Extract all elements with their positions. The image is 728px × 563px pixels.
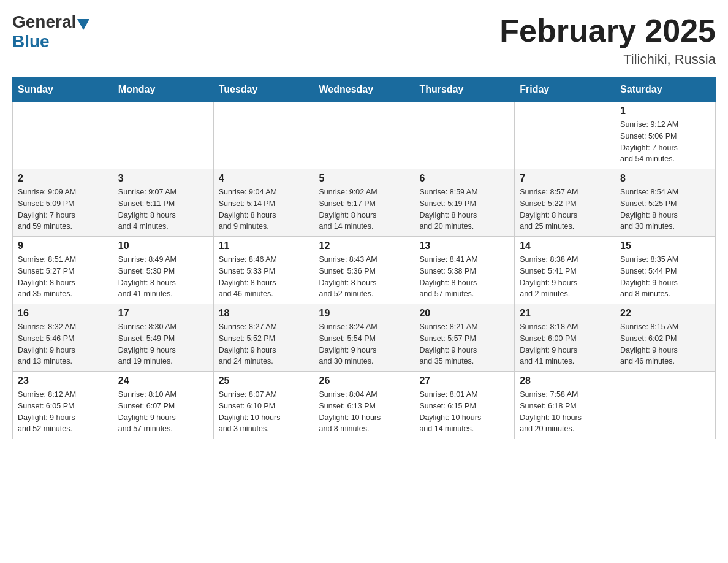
day-info: Sunrise: 8:43 AM Sunset: 5:36 PM Dayligh…: [319, 254, 409, 300]
calendar-table: SundayMondayTuesdayWednesdayThursdayFrid…: [12, 77, 716, 439]
day-info: Sunrise: 8:59 AM Sunset: 5:19 PM Dayligh…: [419, 186, 509, 232]
calendar-day-header: Sunday: [13, 78, 113, 102]
calendar-day-cell: 25Sunrise: 8:07 AM Sunset: 6:10 PM Dayli…: [213, 372, 314, 439]
calendar-day-cell: 26Sunrise: 8:04 AM Sunset: 6:13 PM Dayli…: [314, 372, 414, 439]
day-info: Sunrise: 8:04 AM Sunset: 6:13 PM Dayligh…: [319, 389, 409, 435]
day-info: Sunrise: 8:12 AM Sunset: 6:05 PM Dayligh…: [18, 389, 108, 435]
calendar-day-cell: 9Sunrise: 8:51 AM Sunset: 5:27 PM Daylig…: [13, 237, 113, 304]
day-info: Sunrise: 8:38 AM Sunset: 5:41 PM Dayligh…: [520, 254, 610, 300]
day-info: Sunrise: 9:02 AM Sunset: 5:17 PM Dayligh…: [319, 186, 409, 232]
calendar-day-cell: [113, 102, 213, 169]
day-info: Sunrise: 9:04 AM Sunset: 5:14 PM Dayligh…: [219, 186, 309, 232]
calendar-day-cell: 19Sunrise: 8:24 AM Sunset: 5:54 PM Dayli…: [314, 304, 414, 372]
day-info: Sunrise: 8:10 AM Sunset: 6:07 PM Dayligh…: [118, 389, 208, 435]
day-number: 17: [118, 308, 208, 319]
calendar-day-header: Monday: [113, 78, 213, 102]
calendar-header-row: SundayMondayTuesdayWednesdayThursdayFrid…: [13, 78, 716, 102]
calendar-day-cell: [615, 372, 716, 439]
day-number: 8: [620, 173, 710, 184]
day-number: 25: [219, 375, 309, 386]
calendar-week-row: 9Sunrise: 8:51 AM Sunset: 5:27 PM Daylig…: [13, 237, 716, 304]
day-number: 3: [118, 173, 208, 184]
calendar-day-cell: [13, 102, 113, 169]
calendar-day-header: Wednesday: [314, 78, 414, 102]
calendar-day-header: Thursday: [414, 78, 515, 102]
day-info: Sunrise: 8:41 AM Sunset: 5:38 PM Dayligh…: [419, 254, 509, 300]
day-info: Sunrise: 8:07 AM Sunset: 6:10 PM Dayligh…: [219, 389, 309, 435]
day-number: 13: [419, 240, 509, 251]
calendar-day-cell: 18Sunrise: 8:27 AM Sunset: 5:52 PM Dayli…: [213, 304, 314, 372]
day-number: 23: [18, 375, 108, 386]
calendar-day-cell: 27Sunrise: 8:01 AM Sunset: 6:15 PM Dayli…: [414, 372, 515, 439]
calendar-day-cell: 2Sunrise: 9:09 AM Sunset: 5:09 PM Daylig…: [13, 169, 113, 237]
calendar-day-cell: 11Sunrise: 8:46 AM Sunset: 5:33 PM Dayli…: [213, 237, 314, 304]
calendar-day-cell: 15Sunrise: 8:35 AM Sunset: 5:44 PM Dayli…: [615, 237, 716, 304]
calendar-day-cell: 1Sunrise: 9:12 AM Sunset: 5:06 PM Daylig…: [615, 102, 716, 169]
calendar-day-cell: 13Sunrise: 8:41 AM Sunset: 5:38 PM Dayli…: [414, 237, 515, 304]
day-number: 18: [219, 308, 309, 319]
day-number: 5: [319, 173, 409, 184]
calendar-day-cell: 16Sunrise: 8:32 AM Sunset: 5:46 PM Dayli…: [13, 304, 113, 372]
calendar-day-header: Friday: [515, 78, 615, 102]
day-number: 16: [18, 308, 108, 319]
day-number: 9: [18, 240, 108, 251]
day-number: 4: [219, 173, 309, 184]
calendar-day-cell: 28Sunrise: 7:58 AM Sunset: 6:18 PM Dayli…: [515, 372, 615, 439]
calendar-week-row: 1Sunrise: 9:12 AM Sunset: 5:06 PM Daylig…: [13, 102, 716, 169]
calendar-day-cell: 12Sunrise: 8:43 AM Sunset: 5:36 PM Dayli…: [314, 237, 414, 304]
day-number: 21: [520, 308, 610, 319]
calendar-subtitle: Tilichiki, Russia: [499, 52, 716, 67]
logo-general-text: General: [12, 12, 76, 32]
day-number: 7: [520, 173, 610, 184]
day-info: Sunrise: 8:15 AM Sunset: 6:02 PM Dayligh…: [620, 321, 710, 367]
day-info: Sunrise: 8:51 AM Sunset: 5:27 PM Dayligh…: [18, 254, 108, 300]
day-info: Sunrise: 9:12 AM Sunset: 5:06 PM Dayligh…: [620, 119, 710, 165]
day-info: Sunrise: 8:35 AM Sunset: 5:44 PM Dayligh…: [620, 254, 710, 300]
day-info: Sunrise: 9:07 AM Sunset: 5:11 PM Dayligh…: [118, 186, 208, 232]
day-info: Sunrise: 9:09 AM Sunset: 5:09 PM Dayligh…: [18, 186, 108, 232]
day-number: 15: [620, 240, 710, 251]
calendar-day-cell: 4Sunrise: 9:04 AM Sunset: 5:14 PM Daylig…: [213, 169, 314, 237]
calendar-day-header: Tuesday: [213, 78, 314, 102]
day-number: 10: [118, 240, 208, 251]
day-number: 24: [118, 375, 208, 386]
day-number: 19: [319, 308, 409, 319]
logo-triangle-icon: [77, 19, 89, 30]
calendar-day-cell: 22Sunrise: 8:15 AM Sunset: 6:02 PM Dayli…: [615, 304, 716, 372]
calendar-week-row: 2Sunrise: 9:09 AM Sunset: 5:09 PM Daylig…: [13, 169, 716, 237]
calendar-day-cell: 17Sunrise: 8:30 AM Sunset: 5:49 PM Dayli…: [113, 304, 213, 372]
day-number: 22: [620, 308, 710, 319]
day-info: Sunrise: 8:27 AM Sunset: 5:52 PM Dayligh…: [219, 321, 309, 367]
day-info: Sunrise: 8:24 AM Sunset: 5:54 PM Dayligh…: [319, 321, 409, 367]
title-block: February 2025 Tilichiki, Russia: [499, 12, 716, 67]
day-number: 28: [520, 375, 610, 386]
calendar-day-cell: 6Sunrise: 8:59 AM Sunset: 5:19 PM Daylig…: [414, 169, 515, 237]
day-info: Sunrise: 7:58 AM Sunset: 6:18 PM Dayligh…: [520, 389, 610, 435]
day-number: 20: [419, 308, 509, 319]
calendar-day-cell: 21Sunrise: 8:18 AM Sunset: 6:00 PM Dayli…: [515, 304, 615, 372]
calendar-day-cell: [515, 102, 615, 169]
day-info: Sunrise: 8:18 AM Sunset: 6:00 PM Dayligh…: [520, 321, 610, 367]
calendar-day-cell: [314, 102, 414, 169]
calendar-day-cell: [414, 102, 515, 169]
page-header: General Blue February 2025 Tilichiki, Ru…: [12, 12, 716, 67]
calendar-day-cell: 5Sunrise: 9:02 AM Sunset: 5:17 PM Daylig…: [314, 169, 414, 237]
day-number: 12: [319, 240, 409, 251]
calendar-day-cell: 7Sunrise: 8:57 AM Sunset: 5:22 PM Daylig…: [515, 169, 615, 237]
calendar-week-row: 16Sunrise: 8:32 AM Sunset: 5:46 PM Dayli…: [13, 304, 716, 372]
calendar-title: February 2025: [499, 12, 716, 49]
calendar-day-header: Saturday: [615, 78, 716, 102]
day-info: Sunrise: 8:32 AM Sunset: 5:46 PM Dayligh…: [18, 321, 108, 367]
day-number: 27: [419, 375, 509, 386]
calendar-day-cell: 20Sunrise: 8:21 AM Sunset: 5:57 PM Dayli…: [414, 304, 515, 372]
day-info: Sunrise: 8:49 AM Sunset: 5:30 PM Dayligh…: [118, 254, 208, 300]
day-number: 2: [18, 173, 108, 184]
day-number: 26: [319, 375, 409, 386]
day-info: Sunrise: 8:30 AM Sunset: 5:49 PM Dayligh…: [118, 321, 208, 367]
day-number: 6: [419, 173, 509, 184]
day-info: Sunrise: 8:01 AM Sunset: 6:15 PM Dayligh…: [419, 389, 509, 435]
day-info: Sunrise: 8:54 AM Sunset: 5:25 PM Dayligh…: [620, 186, 710, 232]
day-number: 1: [620, 105, 710, 117]
logo-blue-text: Blue: [12, 32, 50, 52]
calendar-week-row: 23Sunrise: 8:12 AM Sunset: 6:05 PM Dayli…: [13, 372, 716, 439]
